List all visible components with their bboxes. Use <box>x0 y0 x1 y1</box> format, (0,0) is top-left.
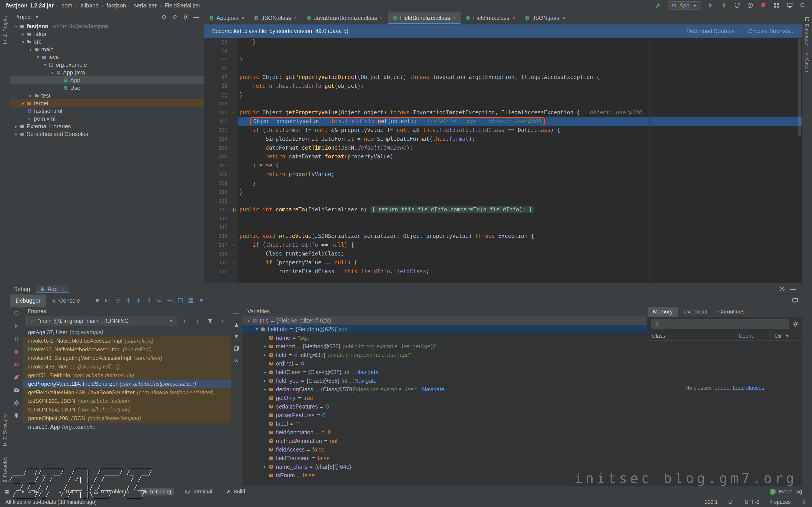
tree-item-idea[interactable]: ▸.idea <box>10 30 204 38</box>
variable-row-fieldtransient[interactable]: ffieldTransient=false <box>242 454 647 462</box>
code-line-100[interactable]: 100 <box>204 99 802 108</box>
tree-item-main[interactable]: ▾main <box>10 46 204 53</box>
load-classes-link[interactable]: Load classes <box>733 385 764 391</box>
profiler-button[interactable] <box>747 2 754 9</box>
close-icon[interactable]: × <box>380 15 383 21</box>
memory-search-input[interactable] <box>651 319 789 329</box>
code-line-120[interactable]: 120 runtimeFieldClass = this.fieldInfo.f… <box>204 267 802 276</box>
breadcrumb-item-serializer[interactable]: serializer <box>134 2 157 9</box>
filter-button[interactable] <box>196 296 207 305</box>
view-breakpoints-button[interactable] <box>13 361 20 369</box>
variable-row-declaringclass[interactable]: ▸fdeclaringClass={Class@579} "class org.… <box>242 385 647 394</box>
force-step-into-button[interactable] <box>134 296 144 305</box>
breadcrumb-item-alibaba[interactable]: alibaba <box>80 2 99 9</box>
gear-icon[interactable] <box>778 286 785 292</box>
banner-link-choose-sources[interactable]: Choose Sources... <box>748 28 795 35</box>
tree-item-fastjson-iml[interactable]: ifastjson.iml <box>10 107 204 115</box>
code-line-112[interactable]: 112public int compareTo(FieldSerializer … <box>204 205 802 214</box>
scroll-up-button[interactable]: ▲ <box>233 321 240 328</box>
pause-button[interactable] <box>13 335 20 343</box>
tree-item-test[interactable]: ▸test <box>10 92 204 99</box>
code-line-116[interactable]: 116▾public void writeValue(JSONSerialize… <box>204 232 802 241</box>
variable-row-label[interactable]: flabel="" <box>242 419 647 428</box>
evaluate-expression-button[interactable] <box>175 296 186 305</box>
breadcrumb-item-com[interactable]: com <box>62 2 72 9</box>
frame-invoke-43[interactable]: invoke:43, DelegatingMethodAccessorImpl(… <box>23 354 231 362</box>
code-line-96[interactable]: 96 <box>204 64 802 73</box>
target-icon[interactable] <box>160 13 167 20</box>
run-to-cursor-button[interactable] <box>165 296 175 305</box>
next-frame-button[interactable]: ↓ <box>192 316 203 326</box>
code-line-95[interactable]: 95} <box>204 55 802 64</box>
close-icon[interactable]: × <box>453 15 456 21</box>
tree-item-app[interactable]: CApp <box>10 76 204 84</box>
code-line-114[interactable]: 114 <box>204 214 802 223</box>
tree-item-java[interactable]: ▾java <box>10 53 204 61</box>
chevron-expanded-icon[interactable]: ▾ <box>20 39 27 44</box>
tree-item-scratches-and-consoles[interactable]: ▸Scratches and Consoles <box>10 130 204 138</box>
project-panel-title[interactable]: Project <box>14 14 32 20</box>
gear-icon[interactable] <box>792 321 799 328</box>
variable-row-ordinal[interactable]: fordinal=0 <box>242 359 647 368</box>
caret-position-widget[interactable]: 102:1 <box>705 499 718 505</box>
navigate-link[interactable]: Navigate <box>356 369 378 376</box>
code-line-94[interactable]: 94 <box>204 46 802 55</box>
indent-widget[interactable]: 4 spaces <box>770 499 791 505</box>
encoding-widget[interactable]: UTF-8 <box>745 499 759 505</box>
code-line-104[interactable]: 104 SimpleDateFormat dateFormat = new Si… <box>204 135 802 144</box>
minus-icon[interactable]: — <box>193 13 200 20</box>
variable-row-field[interactable]: ▸ffield={Field@637} "private int org.exa… <box>242 351 647 359</box>
variable-row-methodannotation[interactable]: fmethodAnnotation=null <box>242 437 647 445</box>
build-icon[interactable] <box>655 2 662 9</box>
debug-session-tab[interactable]: App × <box>36 285 69 293</box>
chevron-collapsed-icon[interactable]: ▸ <box>13 131 19 137</box>
code-line-105[interactable]: 105 dateFormat.setTimeZone(JSON.defaultT… <box>204 144 802 152</box>
editor-tab-fieldserializer-class[interactable]: CFieldSerializer.class× <box>388 11 461 24</box>
memory-tab-memory[interactable]: Memory <box>648 307 678 317</box>
breadcrumb-item-fieldserializer[interactable]: FieldSerializer <box>164 2 200 9</box>
debug-tab-console[interactable]: Console <box>46 294 86 307</box>
show-execution-point-button[interactable] <box>102 296 113 305</box>
close-icon[interactable]: × <box>294 15 297 21</box>
memory-column-count[interactable]: Count <box>734 331 770 340</box>
tree-item-pom-xml[interactable]: mpom.xml <box>10 115 204 122</box>
chevron-expanded-icon[interactable]: ▾ <box>253 327 260 332</box>
watch-return-values-button[interactable]: ∞ <box>233 357 240 364</box>
chevron-collapsed-icon[interactable]: ▸ <box>20 101 27 106</box>
screen-view-button[interactable] <box>786 2 793 9</box>
fold-marker-icon[interactable]: ▾ <box>229 161 238 170</box>
code-line-118[interactable]: 118 Class runtimeFieldClass; <box>204 249 802 258</box>
chevron-collapsed-icon[interactable]: ▸ <box>28 93 34 98</box>
pin-tab-button[interactable] <box>13 412 20 419</box>
frame-parseobject-206[interactable]: parseObject:206, JSON(com.alibaba.fastjs… <box>23 414 231 422</box>
tree-item-external-libraries[interactable]: ▸External Libraries <box>10 122 204 130</box>
coverage-button[interactable] <box>733 2 741 9</box>
variable-row-serialzefeatures[interactable]: fserialzeFeatures=0 <box>242 402 647 411</box>
fold-marker-icon[interactable]: ▾ <box>229 258 238 267</box>
run-button[interactable] <box>707 2 714 9</box>
variable-row-getonly[interactable]: fgetOnly=true <box>242 394 647 402</box>
memory-column-diff[interactable]: Diff▾ <box>770 331 802 340</box>
close-icon[interactable]: × <box>512 15 515 21</box>
code-line-98[interactable]: 98 return this.fieldInfo.get(object); <box>204 82 802 91</box>
variable-row-method[interactable]: ▸fmethod={Method@636} "public int org.ex… <box>242 342 647 351</box>
code-line-108[interactable]: 108 return propertyValue; <box>204 170 802 179</box>
code-line-106[interactable]: 106 return dateFormat.format(propertyVal… <box>204 152 802 161</box>
fold-marker-icon[interactable]: ▾ <box>229 108 238 117</box>
code-line-111[interactable]: 111 <box>204 196 802 205</box>
chevron-expanded-icon[interactable]: ▾ <box>13 24 19 29</box>
memory-column-class[interactable]: Class <box>648 333 734 339</box>
breadcrumb-item-fastjson[interactable]: fastjson <box>106 2 126 9</box>
rerun-button[interactable] <box>13 310 20 317</box>
variable-row-name-chars[interactable]: ▸fname_chars={char[6]@640} <box>242 462 647 471</box>
variable-row-fieldclass[interactable]: ▸ffieldClass={Class@638} "int" ... Navig… <box>242 368 647 377</box>
tree-item-target[interactable]: ▸target <box>10 99 204 107</box>
fold-marker-icon[interactable]: ▾ <box>229 232 238 241</box>
hide-library-frames-button[interactable] <box>205 316 215 326</box>
code-line-107[interactable]: 107▾ } else { <box>204 161 802 170</box>
code-line-99[interactable]: 99} <box>204 91 802 99</box>
scroll-down-button[interactable]: ▼ <box>233 333 240 340</box>
debug-button[interactable] <box>720 2 727 9</box>
drop-frame-button[interactable] <box>155 296 165 305</box>
chevron-expanded-icon[interactable]: ▾ <box>28 47 34 52</box>
